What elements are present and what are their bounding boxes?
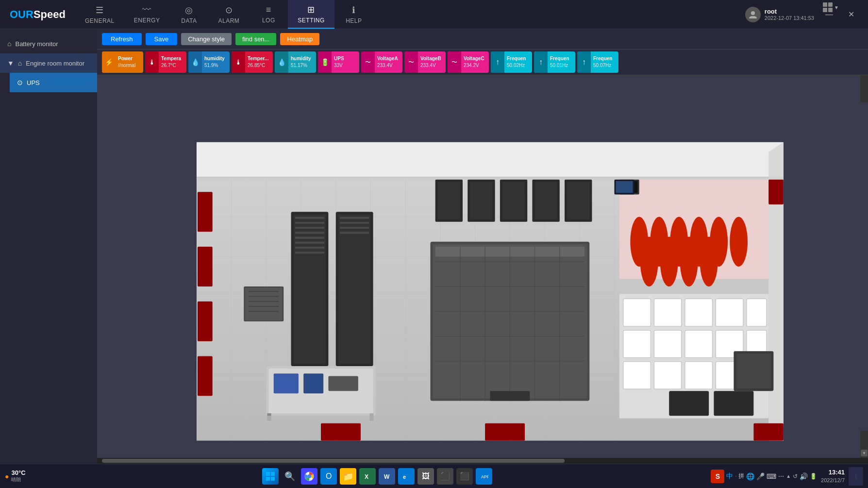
svg-rect-61 [369, 413, 373, 421]
nav-energy[interactable]: 〰 ENERGY [124, 0, 170, 29]
freq1-icon: ↑ [491, 51, 504, 73]
sensor-card-voltage-b[interactable]: 〜 VoltageB 233.4V [404, 51, 446, 73]
log-icon: ≡ [266, 5, 271, 15]
find-sensor-button[interactable]: find sen... [235, 33, 276, 45]
svg-rect-38 [295, 237, 324, 239]
sensor-card-ups[interactable]: 🔋 UPS 33V [318, 51, 359, 73]
sensor-card-voltage-c[interactable]: 〜 VoltageC 234.2V [448, 51, 489, 73]
freq3-icon: ↑ [577, 51, 591, 73]
ime-half[interactable]: 拼 [738, 472, 744, 480]
weather-desc: 晴朗 [11, 476, 21, 483]
grid-icon [823, 2, 833, 12]
close-button[interactable]: ✕ [844, 8, 858, 21]
svg-rect-34 [295, 217, 324, 219]
sensor-card-power[interactable]: ⚡ Power //normal [102, 51, 143, 73]
ups-icon: ⊙ [17, 79, 23, 86]
svg-rect-126 [271, 477, 275, 481]
humid1-icon: 💧 [188, 51, 202, 73]
sidebar-item-engine-room-monitor[interactable]: ▼ ⌂ Engine room monitor [0, 53, 97, 73]
nav-log[interactable]: ≡ LOG [249, 0, 288, 29]
voltage-b-icon: 〜 [404, 51, 418, 73]
svg-rect-94 [716, 299, 743, 326]
sensor-card-humid1[interactable]: 💧 humidity 51.9% [188, 51, 230, 73]
svg-rect-35 [295, 222, 324, 224]
volume-icon[interactable]: 🔊 [800, 472, 808, 480]
svg-rect-31 [753, 423, 783, 441]
logo-speed: Speed [33, 8, 66, 20]
show-desktop-button[interactable]: | [849, 467, 863, 486]
svg-point-85 [660, 237, 678, 286]
svg-rect-92 [654, 299, 681, 326]
change-style-button[interactable]: Change style [181, 33, 232, 45]
svg-rect-123 [266, 472, 270, 476]
system-tray: S 中 · 拼 🌐 🎤 ⌨ ⋯ ▲ ↺ 🔊 🔋 [711, 470, 817, 483]
sensor-card-humid2[interactable]: 💧 humidity 51.17% [275, 51, 316, 73]
sensor-card-temp2[interactable]: 🌡 Temper... 26.85°C [232, 51, 273, 73]
sidebar-item-battery-monitor-label: Battery monitor [15, 40, 58, 48]
svg-rect-117 [567, 182, 589, 219]
heatmap-button[interactable]: Heatmap [280, 33, 319, 45]
freq1-info: Frequen 50.02Hz [504, 54, 528, 70]
clock[interactable]: 13:41 2022/12/7 [821, 468, 845, 485]
nav-alarm[interactable]: ⊙ ALARM [208, 0, 249, 29]
nav-general[interactable]: ☰ GENERAL [75, 0, 124, 29]
main-layout: ⌂ Battery monitor ▼ ⌂ Engine room monito… [0, 29, 868, 464]
setting-icon: ⊞ [307, 4, 315, 15]
scrollbar-thumb[interactable] [102, 459, 565, 463]
svg-rect-24 [198, 247, 213, 286]
edge-icon[interactable]: e [398, 468, 415, 485]
svg-rect-113 [502, 182, 525, 219]
svg-rect-107 [714, 391, 753, 416]
sidebar-item-battery-monitor[interactable]: ⌂ Battery monitor [0, 34, 97, 53]
power-info: Power //normal [116, 54, 138, 70]
ime-dot: · [735, 473, 736, 479]
outlook-icon[interactable]: O [320, 468, 337, 485]
sidebar-item-ups[interactable]: ⊙ UPS [10, 73, 97, 92]
word-icon[interactable]: W [379, 468, 395, 485]
sidebar-item-engine-room-label: Engine room monitor [26, 60, 84, 67]
app1-icon[interactable]: ⬛ [437, 468, 453, 485]
app2-icon[interactable]: ⬛ [456, 468, 473, 485]
svg-rect-57 [274, 373, 299, 393]
engine-room-icon: ▼ [7, 59, 14, 67]
nav-help[interactable]: ℹ HELP [334, 0, 373, 29]
grid-dropdown[interactable]: ▼ [834, 5, 839, 10]
excel-icon[interactable]: X [359, 468, 376, 485]
nav-setting[interactable]: ⊞ SETTING [288, 0, 334, 29]
humid2-info: humidity 51.17% [288, 54, 314, 70]
windows-start-button[interactable] [262, 468, 279, 485]
svg-rect-98 [685, 330, 712, 357]
save-button[interactable]: Save [146, 33, 178, 45]
sensor-card-freq3[interactable]: ↑ Frequen 50.07Hz [577, 51, 618, 73]
engine-room-home-icon: ⌂ [18, 59, 22, 67]
sensor-card-voltage-a[interactable]: 〜 VoltageA 233.4V [361, 51, 402, 73]
ime-zh[interactable]: 中 [726, 472, 733, 481]
chevron-up-icon[interactable]: ▲ [786, 473, 791, 479]
taskbar-systray: S 中 · 拼 🌐 🎤 ⌨ ⋯ ▲ ↺ 🔊 🔋 13:41 2022/12/7 … [711, 467, 868, 486]
sensor-card-temp1[interactable]: 🌡 Tempera 26.7°C [145, 51, 186, 73]
view-area: ▼ [97, 75, 868, 458]
svg-rect-106 [669, 391, 709, 416]
wps-icon[interactable]: S [711, 470, 724, 483]
sensor-card-freq2[interactable]: ↑ Frequen 50.01Hz [534, 51, 575, 73]
network-icon: 🌐 [746, 472, 754, 480]
nav-data[interactable]: ◎ DATA [169, 0, 208, 29]
taskbar: ● 30°C 晴朗 🔍 O 📁 X W e 🖼 ⬛ ⬛ APP [0, 464, 868, 488]
refresh-button[interactable]: Refresh [102, 33, 142, 45]
nav-log-label: LOG [262, 17, 275, 24]
nav-menu: ☰ GENERAL 〰 ENERGY ◎ DATA ⊙ ALARM ≡ LOG … [75, 0, 745, 29]
horizontal-scrollbar[interactable] [97, 458, 868, 464]
humid1-info: humidity 51.9% [202, 54, 227, 70]
svg-rect-43 [338, 214, 371, 363]
search-button[interactable]: 🔍 [282, 468, 298, 485]
file-explorer-icon[interactable]: 📁 [340, 468, 356, 485]
photos-icon[interactable]: 🖼 [417, 468, 434, 485]
voltage-b-info: VoltageB 233.4V [418, 54, 444, 70]
ups-sensor-icon: 🔋 [318, 51, 332, 73]
svg-rect-28 [768, 180, 784, 204]
chrome-icon[interactable] [301, 468, 317, 485]
sensor-card-freq1[interactable]: ↑ Frequen 50.02Hz [491, 51, 532, 73]
taskbar-weather: ● 30°C 晴朗 [0, 469, 44, 483]
svg-rect-111 [470, 182, 492, 219]
app3-icon[interactable]: APP [476, 468, 492, 485]
